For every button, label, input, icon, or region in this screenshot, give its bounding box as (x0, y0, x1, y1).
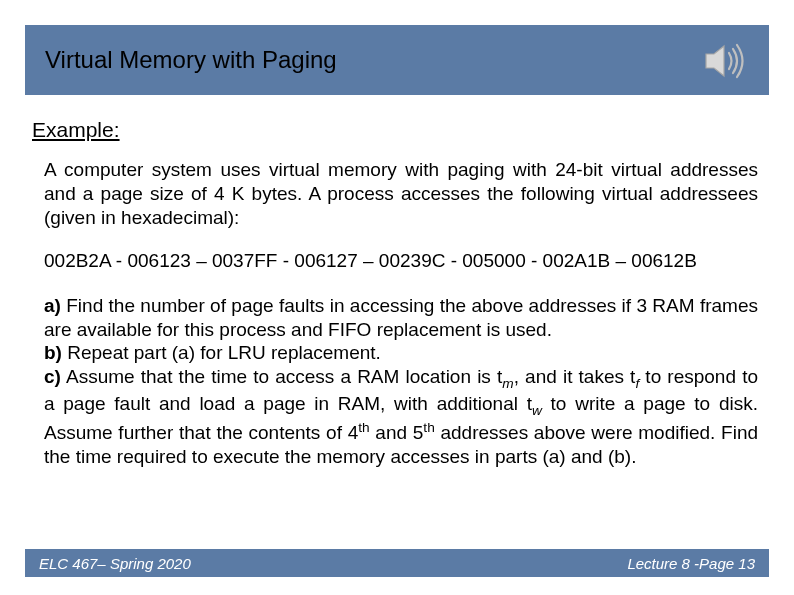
superscript-4th: th (358, 420, 369, 435)
label-b: b) (44, 342, 62, 363)
question-c-part2: , and it takes t (514, 366, 636, 387)
address-list: 002B2A - 006123 – 0037FF - 006127 – 0023… (44, 249, 758, 274)
example-heading: Example: (32, 118, 762, 142)
page-number: Lecture 8 -Page 13 (627, 555, 755, 572)
question-c-part1: Assume that the time to access a RAM loc… (61, 366, 502, 387)
content-area: Example: A computer system uses virtual … (32, 118, 762, 469)
question-a: Find the number of page faults in access… (44, 295, 758, 340)
intro-paragraph: A computer system uses virtual memory wi… (44, 158, 758, 229)
course-code: ELC 467– Spring 2020 (39, 555, 191, 572)
speaker-icon (700, 36, 750, 86)
question-c-part5: and 5 (370, 422, 424, 443)
subscript-tw: w (532, 403, 542, 418)
label-a: a) (44, 295, 61, 316)
footer-bar: ELC 467– Spring 2020 Lecture 8 -Page 13 (25, 549, 769, 577)
superscript-5th: th (423, 420, 434, 435)
slide: Virtual Memory with Paging Example: A co… (0, 0, 794, 595)
label-c: c) (44, 366, 61, 387)
page-title: Virtual Memory with Paging (45, 46, 337, 74)
questions-block: a) Find the number of page faults in acc… (44, 294, 758, 469)
title-bar: Virtual Memory with Paging (25, 25, 769, 95)
subscript-tm: m (502, 376, 513, 391)
question-b: Repeat part (a) for LRU replacement. (62, 342, 381, 363)
